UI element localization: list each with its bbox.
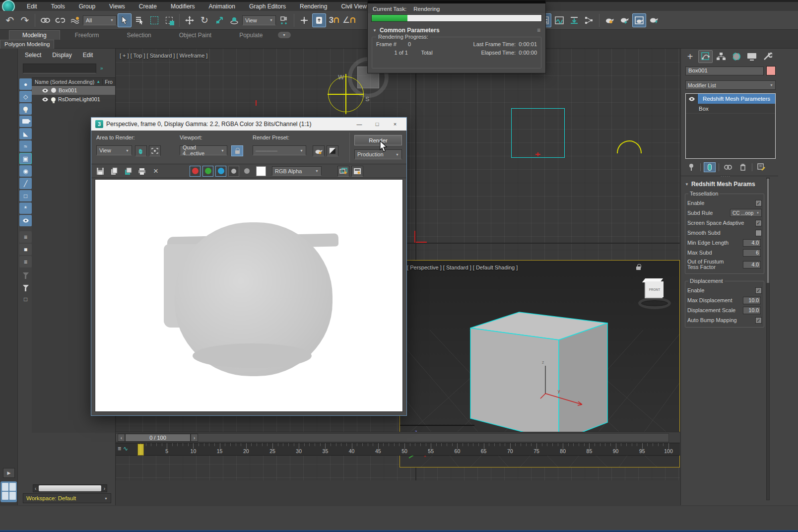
reference-coordinate-dropdown[interactable]: View▼	[242, 15, 276, 25]
displacement-scale-field[interactable]: 10.0	[743, 307, 761, 314]
explorer-row-rsdomelight001[interactable]: RsDomeLight001	[32, 95, 115, 104]
explorer-container-icon[interactable]: □	[19, 293, 32, 305]
visibility-eye-icon[interactable]	[42, 97, 49, 102]
filter-containers-icon[interactable]: □	[19, 190, 32, 201]
filter-lights-icon[interactable]	[19, 103, 32, 115]
explorer-row-box001[interactable]: Box001	[32, 86, 115, 95]
show-end-result-icon[interactable]	[704, 162, 716, 172]
dome-light-gizmo[interactable]	[328, 76, 364, 112]
subd-rule-dropdown[interactable]: CC ...oop ▼	[730, 209, 762, 217]
snaps-toggle-button[interactable]	[312, 13, 326, 27]
render-setup-button[interactable]	[602, 13, 616, 27]
render-button[interactable]: Render	[354, 135, 402, 145]
red-channel-toggle[interactable]	[190, 166, 200, 177]
undo-button[interactable]: ↶	[3, 13, 17, 27]
viewport-top-label[interactable]: [ + ] [ Top ] [ Standard ] [ Wireframe ]	[120, 53, 207, 59]
time-slider-handle[interactable]	[137, 444, 144, 456]
save-image-icon[interactable]	[94, 165, 106, 177]
configure-modifier-sets-icon[interactable]	[755, 162, 767, 172]
track-bar-tools[interactable]: ≡ ∿	[118, 445, 128, 452]
alpha-channel-toggle[interactable]	[241, 168, 252, 174]
modifier-list-dropdown[interactable]: Modifier List ▼	[685, 80, 776, 90]
viewport-layout-flyout-button[interactable]: ▶	[3, 468, 15, 478]
filter-frozen-icon[interactable]: *	[19, 202, 32, 214]
redshift-mesh-params-rollout[interactable]: ▼ Redshift Mesh Params	[685, 181, 755, 188]
explorer-detail-list-icon[interactable]: ≡	[19, 256, 32, 267]
menu-views[interactable]: Views	[102, 2, 132, 11]
visibility-eye-icon[interactable]	[42, 88, 49, 93]
mini-curve-editor-icon[interactable]: ≡	[118, 445, 121, 452]
viewport-dropdown[interactable]: Quad 4...ective▼	[180, 145, 227, 155]
time-slider-track[interactable]	[116, 433, 669, 442]
explorer-filter-disabled-icon[interactable]	[19, 268, 32, 280]
common-parameters-rollout[interactable]: ▼ Common Parameters ≡ Rendering Progress…	[371, 26, 542, 68]
menu-create[interactable]: Create	[132, 2, 164, 11]
max-subd-field[interactable]: 6	[743, 249, 761, 257]
viewcube-compass-ring[interactable]	[638, 297, 671, 309]
filter-cameras-icon[interactable]	[19, 116, 32, 127]
render-production-button[interactable]	[632, 13, 646, 27]
angle-snap-toggle-button[interactable]: ∠	[342, 13, 356, 27]
filter-hidden-icon[interactable]	[19, 215, 32, 226]
ribbon-collapse-icon[interactable]: ▾	[278, 32, 291, 38]
tab-create-icon[interactable]: +	[683, 50, 697, 63]
environment-exposure-icon[interactable]	[327, 145, 338, 156]
clone-window-icon[interactable]	[122, 165, 134, 177]
select-and-place-button[interactable]	[227, 13, 241, 27]
object-color-swatch[interactable]	[766, 66, 776, 75]
ribbon-tab-modeling[interactable]: Modeling	[9, 30, 60, 40]
min-edge-length-field[interactable]: 4.0	[743, 239, 761, 247]
viewport-lock-icon[interactable]	[231, 145, 243, 156]
tab-display-icon[interactable]	[744, 50, 759, 63]
viewcube[interactable]: FRONT	[637, 277, 673, 312]
rendering-progress-dialog[interactable]: Current Task: Rendering ▼ Common Paramet…	[367, 0, 546, 73]
render-setup-icon[interactable]	[313, 145, 325, 156]
time-slider-prev-button[interactable]: ‹	[118, 434, 125, 442]
layer-manager-button[interactable]	[567, 13, 581, 27]
snap-3d-button[interactable]: 3	[327, 13, 341, 27]
clear-image-icon[interactable]: ×	[150, 165, 162, 177]
viewport-perspective-label[interactable]: ] [ Perspective ] [ Standard ] [ Default…	[404, 265, 518, 270]
modifier-visibility-eye-icon[interactable]	[686, 94, 698, 104]
window-crossing-button[interactable]	[162, 13, 176, 27]
menu-tools[interactable]: Tools	[44, 2, 72, 11]
schematic-view-button[interactable]	[582, 13, 596, 27]
auto-bump-mapping-checkbox[interactable]: ✓	[755, 317, 762, 324]
out-of-frustum-field[interactable]: 4.0	[743, 261, 761, 268]
render-mode-dropdown[interactable]: Production▼	[354, 149, 402, 159]
curve-editor-button[interactable]	[552, 13, 566, 27]
stack-item-redshift-mesh-parameters[interactable]: Redshift Mesh Parameters	[686, 94, 775, 104]
render-window-titlebar[interactable]: 3 Perspective, frame 0, Display Gamma: 2…	[91, 118, 406, 131]
filter-groups-icon[interactable]: ◉	[19, 165, 32, 177]
workspace-dropdown[interactable]: Workspace: Default ▼	[23, 493, 111, 503]
rendered-frame-window[interactable]: 3 Perspective, frame 0, Display Gamma: 2…	[91, 117, 407, 416]
tessellation-enable-checkbox[interactable]: ✓	[755, 200, 762, 206]
selection-filter-dropdown[interactable]: All▼	[83, 15, 117, 25]
maximize-button[interactable]: □	[370, 119, 385, 129]
render-preset-dropdown[interactable]: ————▼	[253, 145, 306, 155]
curve-icon[interactable]: ∿	[123, 445, 128, 452]
dome-light-arc-gizmo[interactable]	[617, 140, 642, 153]
blue-channel-toggle[interactable]	[215, 166, 226, 177]
tab-motion-icon[interactable]	[729, 50, 743, 63]
tab-hierarchy-icon[interactable]	[714, 50, 728, 63]
select-link-icon[interactable]	[38, 13, 52, 27]
ribbon-tab-populate[interactable]: Populate	[226, 31, 275, 40]
channel-display-dropdown[interactable]: RGB Alpha▼	[272, 166, 322, 176]
explorer-column-header[interactable]: Name (Sorted Ascending) ▲ Fro	[32, 77, 115, 86]
track-bar[interactable]: ≡ ∿ 051015202530354045505560657075808590…	[116, 443, 680, 456]
explorer-search-input[interactable]	[23, 64, 96, 73]
ribbon-tab-freeform[interactable]: Freeform	[62, 31, 112, 40]
menu-animation[interactable]: Animation	[202, 2, 242, 11]
minimize-button[interactable]: —	[352, 119, 367, 129]
menu-rendering[interactable]: Rendering	[293, 2, 334, 11]
filter-geometry-icon[interactable]: ●	[19, 78, 32, 90]
filter-bones-icon[interactable]: ╱	[19, 178, 32, 189]
rollout-drag-handle[interactable]: ·····	[721, 174, 731, 179]
polygon-modeling-panel-tab[interactable]: Polygon Modeling	[0, 40, 54, 49]
explorer-horizontal-scrollbar[interactable]: ‹ ›	[33, 484, 107, 492]
command-panel-scrollbar[interactable]	[766, 178, 770, 500]
select-and-move-button[interactable]	[183, 13, 197, 27]
explorer-blank-icon[interactable]: ■	[19, 244, 32, 255]
background-color-swatch[interactable]	[256, 166, 266, 176]
